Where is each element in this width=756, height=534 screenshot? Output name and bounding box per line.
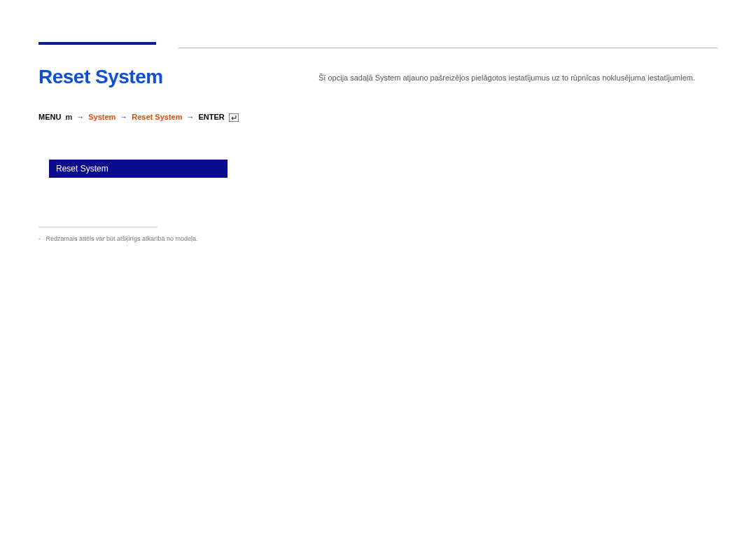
footnote-divider	[38, 227, 158, 227]
footnote: - Redzamais attēls var būt atšķirīgs atk…	[38, 234, 718, 244]
svg-rect-0	[229, 113, 239, 122]
breadcrumb-level-1: System	[88, 113, 115, 121]
header-divider	[178, 48, 718, 48]
footnote-dash: -	[38, 234, 44, 244]
footnote-text: Redzamais attēls var būt atšķirīgs atkar…	[46, 235, 198, 242]
menu-preview: Reset System	[38, 160, 217, 178]
breadcrumb-menu: MENU	[38, 113, 61, 121]
breadcrumb-arrow-3: →	[186, 113, 194, 121]
menu-item-reset-system[interactable]: Reset System	[49, 160, 227, 178]
breadcrumb-arrow-1: →	[76, 113, 84, 121]
breadcrumb-level-2: Reset System	[132, 113, 182, 121]
breadcrumb-menu-icon: m	[65, 113, 72, 121]
enter-icon	[229, 113, 237, 120]
description-text: Šī opcija sadaļā System atjauno pašreizē…	[318, 72, 718, 84]
menu-item-label: Reset System	[56, 164, 108, 174]
breadcrumb-enter: ENTER	[198, 113, 224, 121]
breadcrumb: MENU m → System → Reset System → ENTER	[38, 113, 718, 121]
breadcrumb-arrow-2: →	[120, 113, 127, 121]
header-bar	[38, 42, 156, 45]
